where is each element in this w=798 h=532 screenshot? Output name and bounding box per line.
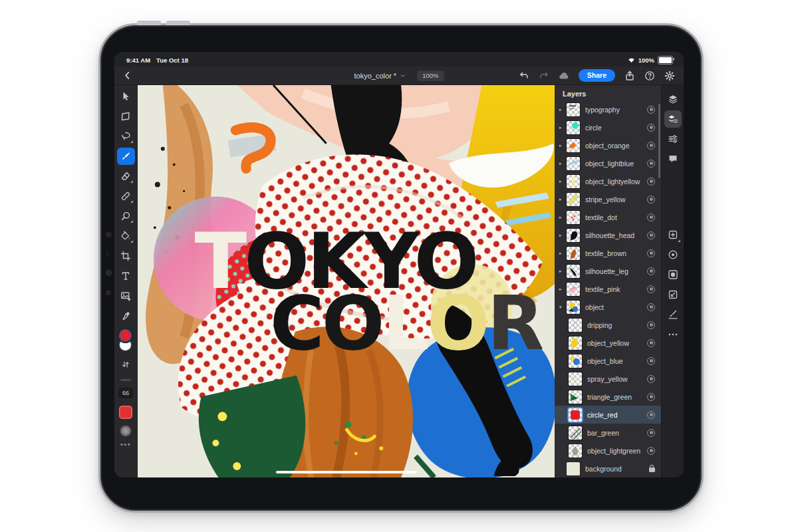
layer-visibility-eye-icon[interactable] xyxy=(647,321,655,329)
disclosure-triangle-icon[interactable] xyxy=(559,161,567,166)
crop-tool[interactable] xyxy=(117,247,135,265)
layer-visibility[interactable] xyxy=(664,246,682,263)
disclosure-triangle-icon[interactable] xyxy=(559,287,567,292)
layer-visibility-eye-icon[interactable] xyxy=(647,124,655,132)
layer-row[interactable]: object_orange xyxy=(555,136,661,154)
type-tool[interactable] xyxy=(117,267,135,285)
layer-visibility-eye-icon[interactable] xyxy=(647,303,655,311)
settings-gear-icon[interactable] xyxy=(664,70,675,81)
caret-down-icon xyxy=(399,72,406,79)
layer-visibility-eye-icon[interactable] xyxy=(647,375,655,383)
clone-stamp-tool[interactable] xyxy=(117,207,135,225)
layer-visibility-eye-icon[interactable] xyxy=(647,178,655,186)
layers-scrollbar[interactable] xyxy=(658,104,660,178)
place-image-tool[interactable] xyxy=(117,287,135,305)
canvas-area[interactable]: TOKYO COLOR xyxy=(138,85,555,477)
layer-visibility-eye-icon[interactable] xyxy=(647,339,655,347)
canvas-artwork[interactable]: TOKYO COLOR xyxy=(138,85,555,477)
layer-row[interactable]: bar_green xyxy=(555,424,661,442)
layer-row[interactable]: textile_pink xyxy=(555,280,661,298)
layer-row[interactable]: object_lightyellow xyxy=(555,172,661,190)
layer-row[interactable]: silhouette_leg xyxy=(555,262,661,280)
export-icon[interactable] xyxy=(624,70,635,81)
document-title-group[interactable]: tokyo_color * 100% xyxy=(354,70,444,81)
layer-visibility-eye-icon[interactable] xyxy=(647,357,655,365)
disclosure-triangle-icon[interactable] xyxy=(559,251,567,256)
layers-view[interactable] xyxy=(664,90,682,108)
layer-visibility-eye-icon[interactable] xyxy=(647,196,655,203)
redo-icon[interactable] xyxy=(539,70,550,81)
more-options[interactable] xyxy=(664,326,682,343)
layer-row[interactable]: typography xyxy=(555,100,661,118)
layer-row[interactable]: circle xyxy=(555,118,661,136)
brush-hardness-preview[interactable] xyxy=(120,425,132,437)
layer-row[interactable]: object_lightgreen xyxy=(555,442,661,460)
foreground-color-chip[interactable] xyxy=(120,330,131,341)
layer-row[interactable]: triangle_green xyxy=(555,388,661,406)
brush-color-swatch[interactable] xyxy=(119,406,132,419)
layer-visibility-eye-icon[interactable] xyxy=(647,285,655,293)
help-icon[interactable] xyxy=(644,70,655,81)
healing-tool[interactable] xyxy=(117,188,135,205)
layer-row[interactable]: object_blue xyxy=(555,352,661,370)
back-chevron-icon[interactable] xyxy=(120,69,134,82)
disclosure-triangle-icon[interactable] xyxy=(559,107,567,112)
disclosure-triangle-icon[interactable] xyxy=(559,197,567,202)
layer-visibility-eye-icon[interactable] xyxy=(647,231,655,239)
layer-visibility-eye-icon[interactable] xyxy=(647,429,655,437)
eyedropper-tool[interactable] xyxy=(117,307,135,325)
comments[interactable] xyxy=(664,150,682,168)
layer-row[interactable]: object xyxy=(555,298,661,316)
eraser-tool[interactable] xyxy=(117,168,135,185)
layer-visibility-eye-icon[interactable] xyxy=(647,106,655,114)
share-button[interactable]: Share xyxy=(579,69,615,82)
cloud-sync-icon[interactable] xyxy=(559,70,570,81)
layer-visibility-eye-icon[interactable] xyxy=(647,393,655,401)
brush-tool[interactable] xyxy=(117,148,135,165)
add-layer[interactable] xyxy=(664,226,682,243)
layer-row[interactable]: object_yellow xyxy=(555,334,661,352)
toolbar-more-icon[interactable]: ••• xyxy=(120,442,131,446)
disclosure-triangle-icon[interactable] xyxy=(559,215,567,220)
disclosure-triangle-icon[interactable] xyxy=(559,179,567,184)
fill-tool[interactable] xyxy=(117,227,135,245)
layer-row[interactable]: circle_red xyxy=(555,406,661,424)
home-indicator[interactable] xyxy=(276,471,417,474)
lasso-tool[interactable] xyxy=(117,128,135,145)
disclosure-triangle-icon[interactable] xyxy=(559,125,567,130)
disclosure-triangle-icon[interactable] xyxy=(559,305,567,310)
layer-row[interactable]: object_lightblue xyxy=(555,154,661,172)
move-tool[interactable] xyxy=(117,88,135,105)
layer-row[interactable]: spray_yellow xyxy=(555,370,661,388)
layer-visibility-eye-icon[interactable] xyxy=(647,267,655,275)
transform-tool[interactable] xyxy=(117,108,135,125)
adjustments[interactable] xyxy=(664,130,682,148)
disclosure-triangle-icon[interactable] xyxy=(559,143,567,148)
layer-row[interactable]: stripe_yellow xyxy=(555,190,661,208)
layer-mask[interactable] xyxy=(664,266,682,283)
app-screen: 9:41 AM Tue Oct 18 100% tokyo_color * 10… xyxy=(114,52,684,477)
clip-layer[interactable] xyxy=(664,306,682,323)
layer-visibility-eye-icon[interactable] xyxy=(647,160,655,168)
layer-visibility-eye-icon[interactable] xyxy=(647,447,655,455)
layer-row[interactable]: background xyxy=(555,460,661,477)
disclosure-triangle-icon[interactable] xyxy=(559,269,567,274)
layer-visibility-eye-icon[interactable] xyxy=(647,411,655,419)
layer-properties[interactable] xyxy=(664,110,682,128)
layer-visibility-eye-icon[interactable] xyxy=(647,249,655,257)
layer-visibility-eye-icon[interactable] xyxy=(647,213,655,221)
layer-row[interactable]: textile_brown xyxy=(555,244,661,262)
layer-row[interactable]: textile_dot xyxy=(555,208,661,226)
layer-row[interactable]: dripping xyxy=(555,316,661,334)
disclosure-triangle-icon[interactable] xyxy=(559,233,567,238)
layer-row[interactable]: silhouette_head xyxy=(555,226,661,244)
zoom-level-badge[interactable]: 100% xyxy=(417,70,444,81)
transform-layer[interactable] xyxy=(664,286,682,303)
swap-colors-icon[interactable] xyxy=(119,358,132,371)
layer-visibility-eye-icon[interactable] xyxy=(647,142,655,150)
undo-icon[interactable] xyxy=(519,70,530,81)
brush-size-value[interactable]: 66 xyxy=(118,388,133,398)
document-title[interactable]: tokyo_color * xyxy=(354,72,397,80)
layer-name: silhouette_leg xyxy=(585,267,647,275)
color-chips[interactable] xyxy=(117,330,134,354)
